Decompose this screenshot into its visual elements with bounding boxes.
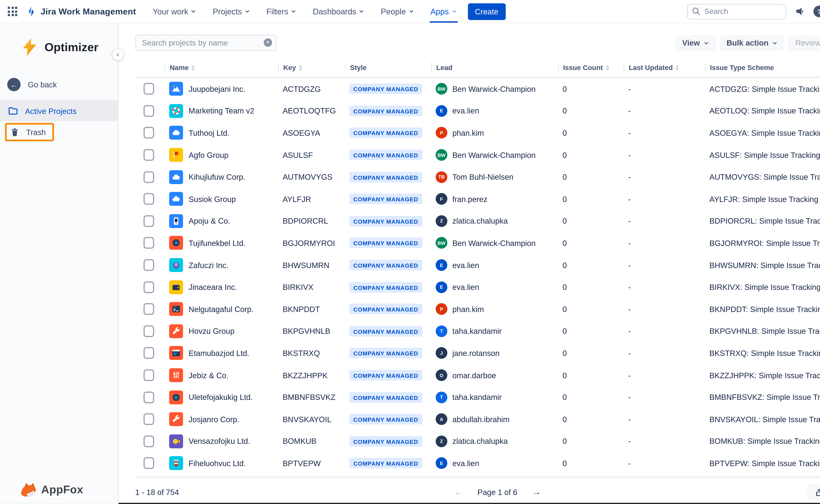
row-checkbox[interactable] xyxy=(143,435,154,447)
column-header-checkbox xyxy=(135,62,165,73)
row-checkbox[interactable] xyxy=(143,105,154,117)
issue-count: 0 xyxy=(558,371,624,380)
style-badge: COMPANY MANAGED xyxy=(349,194,422,204)
table-row[interactable]: Jinaceara Inc. BIRKIVX COMPANY MANAGED E… xyxy=(135,276,820,298)
lead-name: zlatica.chalupka xyxy=(452,437,508,446)
project-name[interactable]: Zafuczi Inc. xyxy=(189,261,228,270)
export-button[interactable]: Export xyxy=(807,484,820,501)
row-checkbox[interactable] xyxy=(143,193,154,205)
lead-name: phan.kim xyxy=(452,305,484,313)
table-row[interactable]: Susiok Group AYLFJR COMPANY MANAGED F fr… xyxy=(135,188,820,210)
table-row[interactable]: Agfo Group ASULSF COMPANY MANAGED BW Ben… xyxy=(135,144,820,166)
column-header-key[interactable]: Key xyxy=(278,62,345,73)
nav-item-your-work[interactable]: Your work xyxy=(153,7,196,16)
row-checkbox[interactable] xyxy=(143,391,154,403)
issue-type-scheme: BMBNFBSVKZ: Simple Issue Track... xyxy=(705,393,820,402)
row-checkbox[interactable] xyxy=(143,127,154,139)
row-checkbox[interactable] xyxy=(143,149,154,161)
table-row[interactable]: Tuthooj Ltd. ASOEGYA COMPANY MANAGED P p… xyxy=(135,122,820,144)
project-name[interactable]: Jebiz & Co. xyxy=(189,371,228,380)
table-row[interactable]: Marketing Team v2 AEOTLOQTFG COMPANY MAN… xyxy=(135,100,820,122)
nav-item-projects[interactable]: Projects xyxy=(213,7,250,16)
table-row[interactable]: Hovzu Group BKPGVHNLB COMPANY MANAGED T … xyxy=(135,320,820,342)
row-checkbox[interactable] xyxy=(143,237,154,249)
row-checkbox[interactable] xyxy=(143,215,154,227)
help-icon[interactable]: ? xyxy=(813,6,820,17)
create-button[interactable]: Create xyxy=(468,3,506,20)
table-row[interactable]: Fiheluohvuc Ltd. BPTVEPW COMPANY MANAGED… xyxy=(135,452,820,474)
row-checkbox[interactable] xyxy=(143,457,154,469)
previous-page-icon[interactable]: ← xyxy=(454,487,463,497)
notifications-icon[interactable] xyxy=(794,6,805,17)
nav-item-dashboards[interactable]: Dashboards xyxy=(313,7,364,16)
project-name[interactable]: Tuthooj Ltd. xyxy=(189,129,229,137)
cloud-icon xyxy=(169,126,183,140)
column-header-last-updated[interactable]: Last Updated xyxy=(624,62,705,73)
project-name[interactable]: Juupobejani Inc. xyxy=(189,84,245,93)
issue-type-scheme: BKSTRXQ: Simple Issue Tracking I... xyxy=(705,349,820,358)
lead-name: zlatica.chalupka xyxy=(452,217,508,225)
issue-type-scheme: ACTDGZG: Simple Issue Tracking I... xyxy=(705,84,820,93)
row-checkbox[interactable] xyxy=(143,259,154,271)
row-checkbox[interactable] xyxy=(143,83,154,95)
bulk-action-button[interactable]: Bulk action xyxy=(719,35,785,51)
project-name[interactable]: Fiheluohvuc Ltd. xyxy=(189,459,246,468)
column-header-lead: Lead xyxy=(431,62,558,73)
table-row[interactable]: Josjanro Corp. BNVSKAYOIL COMPANY MANAGE… xyxy=(135,408,820,430)
table-row[interactable]: Uletefojakukig Ltd. BMBNFBSVKZ COMPANY M… xyxy=(135,386,820,408)
project-name[interactable]: Tujifunekbel Ltd. xyxy=(189,239,246,247)
nav-item-apps[interactable]: Apps xyxy=(430,7,457,16)
row-checkbox[interactable] xyxy=(143,347,154,359)
lead-avatar: Z xyxy=(436,435,447,447)
table-row[interactable]: Zafuczi Inc. BHWSUMRN COMPANY MANAGED E … xyxy=(135,254,820,276)
clear-search-icon[interactable]: ✕ xyxy=(264,38,272,47)
column-header-name[interactable]: Name xyxy=(165,62,278,73)
table-row[interactable]: Nelgutagaful Corp. BKNPDDT COMPANY MANAG… xyxy=(135,298,820,320)
nav-item-people[interactable]: People xyxy=(381,7,414,16)
project-name[interactable]: Vensazofojku Ltd. xyxy=(189,437,250,446)
global-search-input[interactable] xyxy=(687,4,786,19)
row-checkbox[interactable] xyxy=(143,369,154,381)
project-name[interactable]: Josjanro Corp. xyxy=(189,415,239,424)
row-checkbox[interactable] xyxy=(143,171,154,183)
project-name[interactable]: Uletefojakukig Ltd. xyxy=(189,393,253,402)
table-row[interactable]: Vensazofojku Ltd. BOMKUB COMPANY MANAGED… xyxy=(135,430,820,452)
sidebar-item-active-projects[interactable]: Active Projects xyxy=(0,101,118,121)
project-name[interactable]: Etamubazjod Ltd. xyxy=(189,349,249,358)
project-name[interactable]: Agfo Group xyxy=(189,151,228,159)
table-row[interactable]: Juupobejani Inc. ACTDGZG COMPANY MANAGED… xyxy=(135,78,820,100)
style-badge: COMPANY MANAGED xyxy=(349,436,422,446)
collapse-sidebar-button[interactable]: ‹ xyxy=(112,48,124,61)
review-changes-button[interactable]: Review changes xyxy=(788,35,820,51)
project-name[interactable]: Kihujlufuw Corp. xyxy=(189,172,245,181)
project-name[interactable]: Jinaceara Inc. xyxy=(189,283,237,292)
wallet-icon xyxy=(169,280,183,294)
row-checkbox[interactable] xyxy=(143,325,154,337)
row-checkbox[interactable] xyxy=(143,413,154,425)
view-button[interactable]: View xyxy=(675,35,716,51)
app-switcher-icon[interactable] xyxy=(8,7,17,16)
project-name[interactable]: Susiok Group xyxy=(189,195,236,203)
project-name[interactable]: Marketing Team v2 xyxy=(189,106,254,115)
row-checkbox[interactable] xyxy=(143,303,154,315)
lead-name: jane.rotanson xyxy=(452,349,500,358)
table-row[interactable]: Tujifunekbel Ltd. BGJORMYROI COMPANY MAN… xyxy=(135,232,820,254)
project-name[interactable]: Apoju & Co. xyxy=(189,217,230,225)
jira-home-link[interactable]: Jira Work Management xyxy=(25,5,136,18)
column-header-issue-count[interactable]: Issue Count xyxy=(558,62,624,73)
table-row[interactable]: Jebiz & Co. BKZZJHPPK COMPANY MANAGED O … xyxy=(135,364,820,386)
next-page-icon[interactable]: → xyxy=(532,487,541,497)
project-name[interactable]: Hovzu Group xyxy=(189,327,235,336)
table-row[interactable]: Etamubazjod Ltd. BKSTRXQ COMPANY MANAGED… xyxy=(135,342,820,364)
coffee-icon xyxy=(169,456,183,470)
nav-item-filters[interactable]: Filters xyxy=(266,7,296,16)
project-name[interactable]: Nelgutagaful Corp. xyxy=(189,305,254,313)
project-search-input[interactable] xyxy=(135,34,277,51)
sidebar-item-trash[interactable]: Trash xyxy=(5,123,54,141)
table-row[interactable]: Kihujlufuw Corp. AUTMOVYGS COMPANY MANAG… xyxy=(135,166,820,188)
table-header-rule xyxy=(135,77,820,78)
row-checkbox[interactable] xyxy=(143,281,154,293)
table-row[interactable]: Apoju & Co. BDPIORCRL COMPANY MANAGED Z … xyxy=(135,210,820,232)
cloud-icon xyxy=(169,192,183,206)
go-back-button[interactable]: ← Go back xyxy=(7,78,118,91)
